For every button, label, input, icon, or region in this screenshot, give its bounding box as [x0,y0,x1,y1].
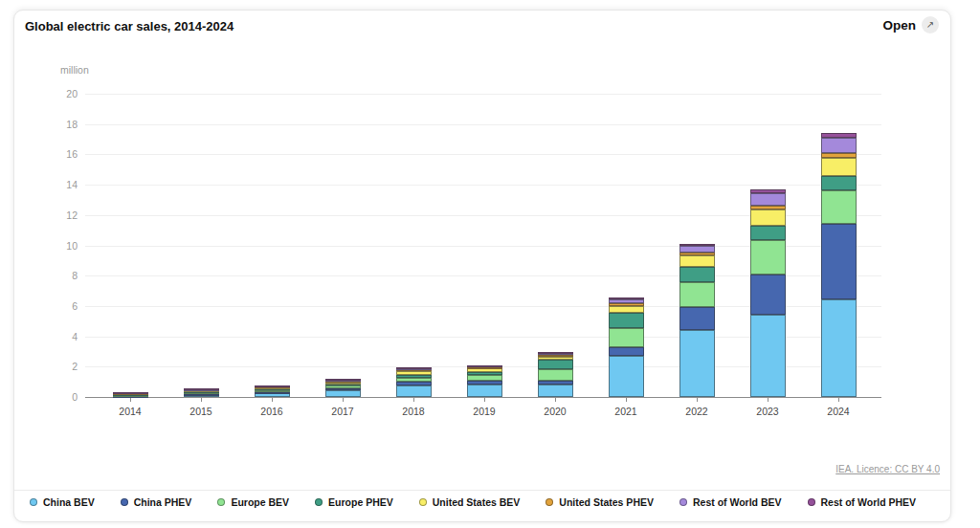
legend-color-dot [121,498,128,506]
bar-segment[interactable] [821,224,857,298]
bar-segment[interactable] [679,255,715,268]
legend-item[interactable]: Rest of World PHEV [808,496,917,508]
bar-segment[interactable] [538,385,573,397]
legend-item[interactable]: Europe BEV [217,496,289,508]
bar-segment[interactable] [609,328,644,347]
bar-segment[interactable] [467,372,502,375]
bar-segment[interactable] [679,330,715,397]
bar-segment[interactable] [750,226,786,240]
bar-segment[interactable] [325,388,361,390]
legend-item-label: China BEV [43,496,95,508]
bar-segment[interactable] [679,246,715,253]
legend-color-dot [30,498,37,506]
bar-segment[interactable] [396,375,432,377]
gridline [85,94,881,95]
legend-divider [14,490,950,491]
bar-segment[interactable] [467,381,502,384]
x-axis-tick [272,398,273,402]
bar-segment[interactable] [538,355,573,357]
gridline [85,124,881,125]
license-link[interactable]: IEA. Licence: CC BY 4.0 [835,464,940,474]
legend-item[interactable]: United States BEV [419,496,521,508]
bar-segment[interactable] [538,369,573,381]
bar-segment[interactable] [467,365,502,367]
x-axis-tick [201,398,202,402]
y-tick-label: 14 [39,179,78,190]
y-tick-label: 16 [39,148,78,160]
legend-item-label: Europe BEV [231,496,289,508]
bar-segment[interactable] [679,253,715,255]
bar-segment[interactable] [467,375,502,381]
bar-segment[interactable] [184,388,219,390]
bar-segment[interactable] [679,267,715,282]
x-tick-label: 2019 [473,406,495,417]
bar-segment[interactable] [821,176,857,190]
legend-item[interactable]: China PHEV [121,496,192,508]
bar-segment[interactable] [467,385,502,397]
y-tick-label: 0 [39,391,78,403]
bar-segment[interactable] [679,244,715,246]
bar-segment[interactable] [255,390,290,392]
bar-segment[interactable] [325,390,361,397]
bar-segment[interactable] [609,313,644,328]
bar-segment[interactable] [750,189,786,193]
bar-segment[interactable] [821,133,857,138]
y-tick-label: 12 [39,209,78,221]
bar-segment[interactable] [609,297,644,299]
legend-item[interactable]: China BEV [30,496,95,508]
bar-segment[interactable] [325,379,361,381]
legend-color-dot [419,498,427,506]
x-axis-tick [413,398,414,402]
legend-item[interactable]: United States PHEV [546,496,654,508]
legend-color-dot [808,498,815,506]
bar-segment[interactable] [255,385,290,387]
y-tick-label: 8 [39,270,78,281]
bar-segment[interactable] [750,193,786,206]
legend-item-label: China PHEV [134,496,192,508]
bar-segment[interactable] [325,385,361,387]
bar-segment[interactable] [679,307,715,330]
bar-segment[interactable] [750,315,786,397]
bar-segment[interactable] [538,381,573,384]
bar-segment[interactable] [609,303,644,306]
x-axis-tick [768,398,768,402]
bar-segment[interactable] [609,299,644,303]
x-tick-label: 2023 [756,406,778,417]
legend-item[interactable]: Rest of World BEV [679,496,782,508]
bar-segment[interactable] [467,367,502,369]
bar-segment[interactable] [679,282,715,307]
bar-segment[interactable] [821,190,857,224]
bar-segment[interactable] [396,367,432,369]
bar-segment[interactable] [750,240,786,275]
bar-segment[interactable] [821,153,857,159]
x-axis-tick [484,398,485,402]
chart-plot-area: million 02468101214161820201420152016201… [14,11,950,460]
x-tick-label: 2024 [827,406,849,417]
legend-item-label: United States BEV [433,496,521,508]
bar-segment[interactable] [750,275,786,316]
bar-segment[interactable] [396,371,432,375]
x-axis-tick [697,398,698,402]
bar-segment[interactable] [113,392,148,394]
bar-segment[interactable] [821,299,857,397]
bar-segment[interactable] [750,206,786,209]
bar-segment[interactable] [750,209,786,226]
bar-segment[interactable] [609,306,644,313]
bar-segment[interactable] [396,382,432,385]
x-tick-label: 2018 [402,406,424,417]
y-tick-label: 6 [39,300,78,312]
bar-segment[interactable] [538,360,573,369]
bar-segment[interactable] [396,385,432,397]
x-tick-label: 2021 [614,406,636,417]
bar-segment[interactable] [538,352,573,354]
bar-segment[interactable] [609,347,644,357]
bar-segment[interactable] [821,158,857,176]
bar-segment[interactable] [821,138,857,153]
y-tick-label: 18 [39,119,78,130]
legend-color-dot [315,498,323,506]
bar-segment[interactable] [396,378,432,382]
gridline [85,185,881,186]
legend-item[interactable]: Europe PHEV [315,496,393,508]
bar-segment[interactable] [609,356,644,397]
x-tick-label: 2016 [260,406,282,417]
